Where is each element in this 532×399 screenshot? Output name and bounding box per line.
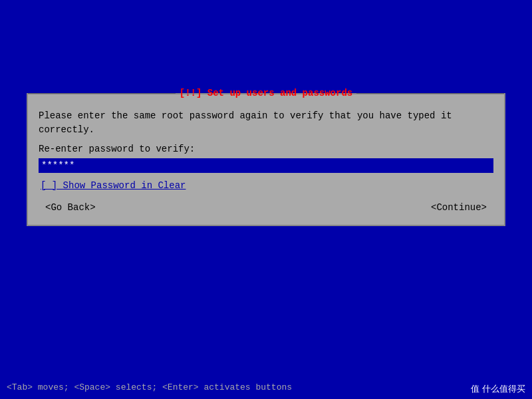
password-input-row [39,158,493,173]
dialog-title: [!!] Set up users and passwords [180,88,352,98]
show-password-checkbox[interactable]: [ ] Show Password in Clear [39,180,188,192]
title-line-right [356,93,504,94]
title-line-left [28,93,176,94]
dialog-titlebar: [!!] Set up users and passwords [28,88,504,98]
status-text: <Tab> moves; <Space> selects; <Enter> ac… [7,382,292,392]
buttons-row: <Go Back> <Continue> [39,201,493,214]
watermark: 值 什么值得买 [471,383,525,395]
description-text: Please enter the same root password agai… [39,109,493,137]
go-back-button[interactable]: <Go Back> [41,201,100,214]
field-label: Re-enter password to verify: [39,144,493,154]
dialog-body: Please enter the same root password agai… [28,102,504,225]
continue-button[interactable]: <Continue> [427,201,491,214]
checkbox-row[interactable]: [ ] Show Password in Clear [39,180,493,192]
watermark-text: 值 什么值得买 [471,384,525,394]
password-input[interactable] [39,158,493,173]
status-bar: <Tab> moves; <Space> selects; <Enter> ac… [0,382,532,392]
dialog-box: [!!] Set up users and passwords Please e… [27,93,505,226]
